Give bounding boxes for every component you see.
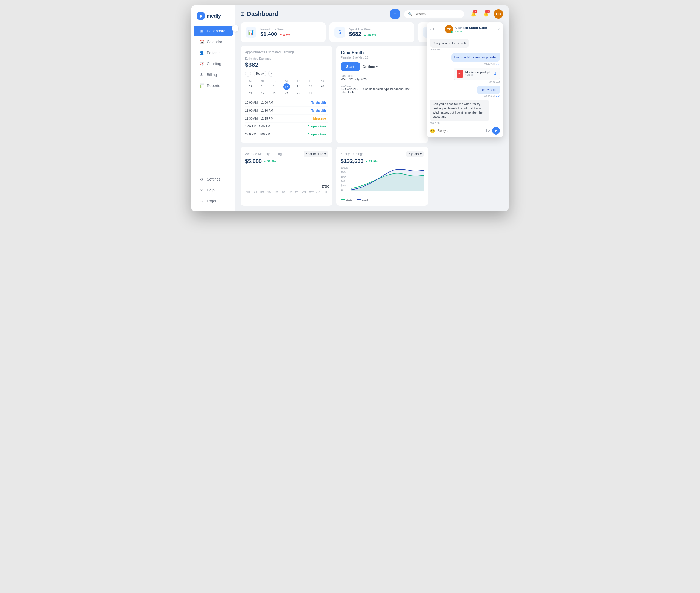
cal-prev-btn[interactable]: ‹ — [245, 71, 251, 77]
sidebar-item-dashboard[interactable]: ⊞Dashboard — [194, 26, 233, 36]
cal-day-cell[interactable]: 21 — [245, 90, 256, 96]
period-chevron-icon: ▾ — [324, 152, 326, 156]
today-button[interactable]: Today — [253, 71, 266, 76]
image-button[interactable]: 🖼 — [486, 128, 490, 133]
appt-type: Acupuncture — [305, 132, 328, 136]
cal-day-cell[interactable]: 25 — [293, 90, 304, 96]
bar-month-label: Mar — [295, 191, 299, 193]
bottom-row: Average Monthly Earnings Year to date ▾ … — [241, 147, 428, 206]
chat-panel: ‹ 1 CC Clarissa Sarah Cade Online × Can … — [426, 23, 503, 137]
start-button[interactable]: Start — [341, 63, 360, 71]
sidebar-item-patients[interactable]: 👤Patients — [194, 48, 233, 58]
sidebar-item-reports[interactable]: 📊Reports — [194, 80, 233, 91]
header: ⊞ Dashboard + 🔍 🔔 9 🔔 12 CC — [235, 5, 508, 23]
stat-change-1: ▲ 18.3% — [364, 33, 376, 36]
appt-card-title: Appointments Estimated Earnings — [245, 50, 294, 54]
appt-time: 1:00 PM - 2:00 PM — [245, 125, 278, 128]
appt-time: 11:00 AM - 11:30 AM — [245, 109, 278, 112]
appointment-list-item[interactable]: 2:00 PM - 3:00 PM Acupuncture — [245, 130, 328, 139]
appointment-list-item[interactable]: 10:00 AM - 11:00 AM Telehealth — [245, 99, 328, 107]
status-dropdown[interactable]: On time ▾ — [363, 65, 378, 69]
yearly-legend-item: 2023 — [357, 198, 368, 201]
sidebar: ◆ medly ‹ ⊞Dashboard📅Calendar👤Patients📈C… — [192, 5, 235, 211]
cal-day-header: We — [281, 79, 292, 83]
cal-day-cell[interactable]: 19 — [305, 83, 316, 90]
status-chevron-icon: ▾ — [376, 65, 378, 69]
appt-earnings-value: $382 — [245, 61, 328, 68]
cal-day-cell[interactable]: 26 — [305, 90, 316, 96]
send-button[interactable]: ➤ — [492, 127, 500, 134]
appointment-list-item[interactable]: 1:00 PM - 2:00 PM Acupuncture — [245, 123, 328, 130]
legend-year-label: 2022 — [346, 198, 352, 201]
alert-button[interactable]: 🔔 12 — [481, 9, 491, 18]
sidebar-collapse-btn[interactable]: ‹ — [232, 25, 239, 32]
y-axis-label: $100K — [341, 167, 348, 169]
sent-bubble: Here you go. — [477, 86, 500, 94]
left-content: Appointments Estimated Earnings Estimate… — [241, 46, 428, 206]
sidebar-bottom-settings[interactable]: ⚙Settings — [194, 174, 233, 184]
avg-value: $5,600 — [245, 158, 262, 164]
patient-actions: Start On time ▾ — [341, 63, 424, 71]
chat-input-area: 🙂 🖼 ➤ — [426, 124, 503, 137]
patient-sub: Female, She/Her, 28 — [341, 56, 424, 59]
appt-type: Acupuncture — [305, 124, 328, 128]
search-input[interactable] — [415, 12, 460, 16]
appt-time: 10:00 AM - 11:00 AM — [245, 101, 278, 104]
sidebar-label-logout: Logout — [207, 199, 218, 203]
help-icon: ? — [199, 188, 204, 193]
header-title-area: ⊞ Dashboard — [241, 10, 386, 17]
cal-next-btn[interactable]: › — [268, 71, 274, 77]
calendar-grid: SuMoTuWeThFrSa14151617181920212223242526 — [245, 79, 328, 96]
sidebar-bottom-help[interactable]: ?Help — [194, 185, 233, 195]
chat-close-btn[interactable]: × — [497, 27, 500, 32]
appt-type: Telehealth — [309, 101, 328, 105]
user-avatar[interactable]: CC — [494, 9, 503, 18]
cal-day-cell[interactable]: 15 — [257, 83, 269, 90]
stat-icon-1: $ — [334, 27, 345, 38]
sidebar-bottom: ⚙Settings?Help→Logout — [192, 169, 235, 207]
bar-column: Aug — [245, 190, 250, 193]
chat-back-icon[interactable]: ‹ — [430, 27, 431, 32]
cal-day-cell[interactable]: 22 — [257, 90, 269, 96]
appointment-list-item[interactable]: 11:30 AM - 12:15 PM Massage — [245, 115, 328, 123]
bell-button[interactable]: 🔔 9 — [469, 9, 478, 18]
download-button[interactable]: ⬇ — [494, 72, 497, 76]
stat-value-row-1: $682 ▲ 18.3% — [349, 31, 376, 37]
emoji-button[interactable]: 🙂 — [430, 128, 435, 133]
ccicd-value: ICD G44.219 - Episodic tension-type head… — [341, 87, 424, 94]
cal-day-cell[interactable]: 23 — [269, 90, 280, 96]
sidebar-bottom-logout[interactable]: →Logout — [194, 196, 233, 206]
yearly-period-dropdown[interactable]: 2 years ▾ — [406, 151, 424, 157]
cal-day-cell[interactable]: 24 — [281, 90, 292, 96]
stat-change-0: ▼ 8.8% — [280, 33, 290, 36]
add-button[interactable]: + — [390, 9, 400, 18]
file-attachment: PDF Medical report.pdf 123 KB ⬇ — [454, 68, 500, 80]
bar-month-label: Sep — [253, 191, 257, 193]
received-bubble: Can you send the report? — [430, 39, 469, 48]
cal-day-cell[interactable]: 17 — [283, 83, 290, 90]
bar-month-label: Jan — [281, 191, 285, 193]
bar-month-label: Jul — [324, 191, 327, 193]
cal-day-cell[interactable] — [317, 90, 328, 96]
cal-day-cell[interactable]: 14 — [245, 83, 256, 90]
sidebar-label-dashboard: Dashboard — [207, 29, 225, 33]
cal-day-header: Sa — [317, 79, 328, 83]
calendar-icon: 📅 — [199, 39, 204, 44]
sidebar-item-billing[interactable]: $Billing — [194, 70, 233, 80]
sidebar-item-charting[interactable]: 📈Charting — [194, 58, 233, 69]
sidebar-item-calendar[interactable]: 📅Calendar — [194, 37, 233, 47]
chat-avatar: CC — [445, 25, 453, 33]
chat-input[interactable] — [438, 129, 484, 133]
cal-day-cell[interactable]: 20 — [317, 83, 328, 90]
appointment-list-item[interactable]: 11:00 AM - 11:30 AM Telehealth — [245, 107, 328, 115]
cal-day-cell[interactable]: 18 — [293, 83, 304, 90]
yearly-title: Yearly Earnings — [341, 152, 364, 156]
bar-column: Mar — [294, 190, 300, 193]
cal-day-cell[interactable]: 16 — [269, 83, 280, 90]
bar-column: Feb — [287, 190, 293, 193]
yearly-legend: 2022 2023 — [341, 198, 424, 201]
chat-message: Here you go. 08:10 AM ✓✓ — [430, 86, 500, 97]
file-info: Medical report.pdf 123 KB — [465, 71, 491, 77]
period-dropdown[interactable]: Year to date ▾ — [303, 151, 328, 157]
file-name: Medical report.pdf — [465, 71, 491, 74]
